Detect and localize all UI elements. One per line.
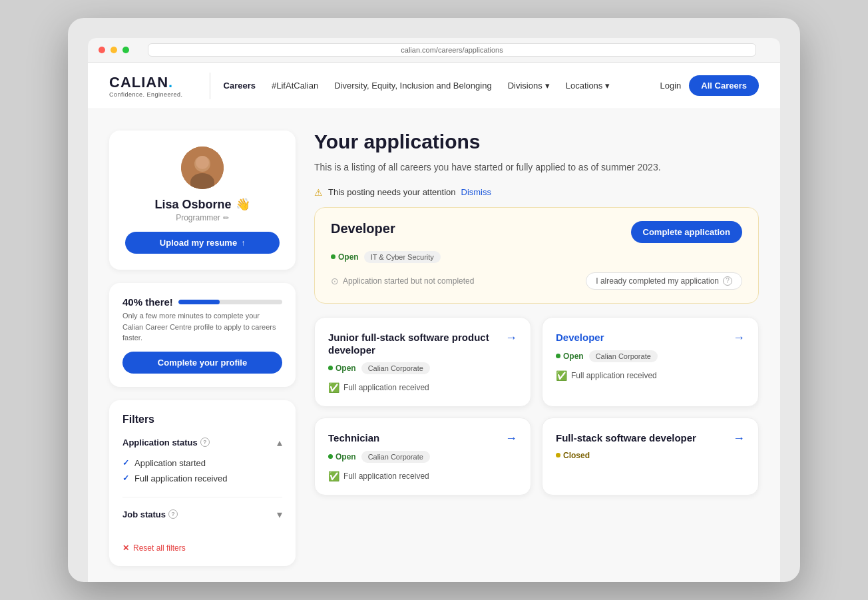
logo-text: CALIAN. [109,74,183,91]
applications-area: Your applications This is a listing of a… [314,131,759,566]
edit-icon[interactable]: ✏ [223,214,229,222]
card-3-app-status: ✅ Full application received [328,471,517,481]
dot-open-1 [328,366,333,370]
app-status-text: ⊙ Application started but not completed [331,276,474,286]
circle-check-1: ✅ [328,382,339,393]
progress-card: 40% there! Only a few more minutes to co… [109,283,296,387]
login-button[interactable]: Login [660,81,682,91]
arrow-right-icon-2[interactable]: → [733,331,745,345]
nav-careers[interactable]: Careers [224,81,256,91]
page-title: Your applications [314,131,759,153]
progress-bar-bg [178,300,282,304]
already-completed-button[interactable]: I already completed my application ? [586,272,742,290]
complete-application-button[interactable]: Complete application [631,221,742,243]
job-status-title: Job status ? [122,509,178,519]
laptop-screen: calian.com/careers/applications CALIAN. … [88,38,780,582]
reset-filters-button[interactable]: ✕ Reset all filters [122,543,282,553]
job-card-4-title: Full-stack software developer [556,432,696,445]
card-2-tags: Open Calian Corporate [556,350,745,362]
application-status-title: Application status ? [122,438,210,448]
info-icon-completed: ? [723,276,732,286]
check-icon-received: ✓ [122,473,129,483]
nav-life-at-calian[interactable]: #LifAtCalian [272,81,318,91]
card-1-tag: Calian Corporate [361,362,430,374]
browser-url[interactable]: calian.com/careers/applications [148,43,756,57]
main-content: Lisa Osborne 👋 Programmer ✏ Upload my re… [88,109,780,582]
job-card-fullstack: Full-stack software developer → Closed [542,418,759,495]
laptop-frame: calian.com/careers/applications CALIAN. … [68,18,800,582]
progress-title: 40% there! [122,296,282,308]
dot-open-2 [556,354,560,358]
application-status-header[interactable]: Application status ? ▴ [122,436,282,449]
nav-locations[interactable]: Locations ▾ [566,81,610,91]
nav-divider [210,73,210,99]
arrow-right-icon-3[interactable]: → [505,432,517,446]
browser-dot-maximize [122,47,129,53]
logo-accent: . [168,74,173,91]
page-description: This is a listing of all careers you hav… [314,160,759,174]
card-2-tag: Calian Corporate [589,350,658,362]
highlight-status-open: Open [331,252,359,262]
arrow-right-icon-4[interactable]: → [733,432,745,446]
complete-profile-button[interactable]: Complete your profile [122,352,282,374]
job-card-2-header: Developer → [556,331,745,345]
logo-calian: CALIAN [109,74,168,91]
job-status-header[interactable]: Job status ? ▾ [122,508,282,521]
chevron-down-icon: ▾ [545,81,550,91]
nav-actions: Login All Careers [660,75,759,96]
card-4-status: Closed [556,451,590,460]
application-status-filter-group: Application status ? ▴ ✓ Application sta… [122,436,282,497]
nav-dei[interactable]: Diversity, Equity, Inclusion and Belongi… [334,81,492,91]
circle-check-icon: ⊙ [331,276,339,286]
nav-divisions[interactable]: Divisions ▾ [508,81,550,91]
arrow-right-icon-1[interactable]: → [505,331,517,345]
chevron-down-icon-2: ▾ [605,81,610,91]
highlight-card-top: Developer Complete application [331,221,742,243]
filters-title: Filters [122,414,282,426]
circle-check-3: ✅ [328,471,339,481]
sidebar: Lisa Osborne 👋 Programmer ✏ Upload my re… [109,131,296,566]
upload-resume-button[interactable]: Upload my resume ↑ [125,232,280,254]
card-3-status: Open [328,452,356,461]
logo-tagline: Confidence. Engineered. [109,91,183,98]
svg-point-3 [196,156,209,169]
card-1-app-status: ✅ Full application received [328,382,517,393]
highlight-tag-it: IT & Cyber Security [364,251,441,263]
browser-dot-minimize [110,47,117,53]
navbar: CALIAN. Confidence. Engineered. Careers … [88,63,780,109]
card-1-status: Open [328,364,356,373]
dot-open-3 [328,454,333,459]
circle-check-2: ✅ [556,370,567,381]
card-3-tag: Calian Corporate [361,451,430,463]
dismiss-button[interactable]: Dismiss [461,187,492,197]
browser-bar: calian.com/careers/applications [88,38,780,63]
progress-bar-fill [178,300,220,304]
card-3-tags: Open Calian Corporate [328,451,517,463]
filters-section: Filters Application status ? ▴ ✓ Applica… [109,400,296,566]
attention-banner: ⚠ This posting needs your attention Dism… [314,187,759,198]
logo-area: CALIAN. Confidence. Engineered. [109,74,183,98]
filter-application-started[interactable]: ✓ Application started [122,455,282,471]
job-card-1-title: Junior full-stack software product devel… [328,331,505,357]
job-status-filter-group: Job status ? ▾ [122,508,282,533]
app-status-row: ⊙ Application started but not completed … [331,272,742,290]
avatar [181,147,224,189]
avatar-svg [181,147,224,189]
job-card-3-title: Technician [328,432,379,445]
all-careers-button[interactable]: All Careers [689,75,759,96]
chevron-down-icon-job: ▾ [277,508,282,521]
close-x-icon: ✕ [122,543,129,553]
job-card-4-header: Full-stack software developer → [556,432,745,446]
job-card-2-title: Developer [556,331,604,344]
job-card-technician: Technician → Open Calian Corporate ✅ [314,418,531,495]
job-card-1-header: Junior full-stack software product devel… [328,331,517,357]
profile-name: Lisa Osborne 👋 [125,197,280,212]
nav-links: Careers #LifAtCalian Diversity, Equity, … [224,81,660,91]
progress-desc: Only a few more minutes to complete your… [122,310,282,344]
filter-full-application[interactable]: ✓ Full application received [122,471,282,486]
profile-role: Programmer ✏ [125,213,280,222]
highlight-job-card: Developer Complete application Open IT &… [314,207,759,304]
profile-card: Lisa Osborne 👋 Programmer ✏ Upload my re… [109,131,296,270]
nav-locations-label: Locations [566,81,603,91]
dot-open [331,254,335,259]
